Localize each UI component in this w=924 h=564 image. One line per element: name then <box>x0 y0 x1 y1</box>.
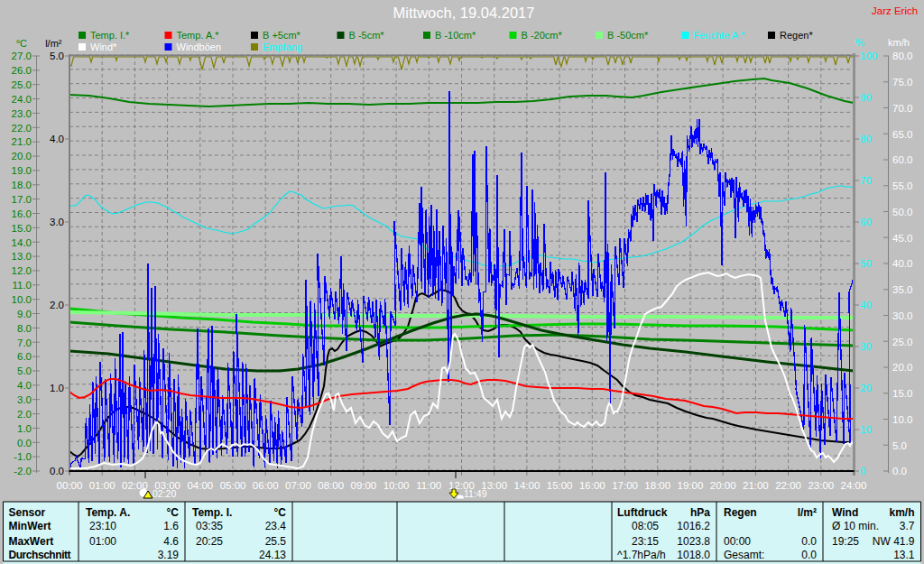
svg-text:2.0: 2.0 <box>17 409 32 420</box>
svg-text:17.0: 17.0 <box>12 194 32 205</box>
svg-text:23:10: 23:10 <box>89 520 116 532</box>
svg-text:90: 90 <box>860 92 872 103</box>
svg-text:9.0: 9.0 <box>17 309 32 319</box>
svg-text:MaxWert: MaxWert <box>9 535 54 548</box>
svg-text:80: 80 <box>860 134 872 144</box>
svg-text:15.0: 15.0 <box>892 388 912 399</box>
svg-text:22:00: 22:00 <box>775 480 801 491</box>
svg-text:1023.8: 1023.8 <box>677 535 710 548</box>
svg-text:0: 0 <box>860 466 865 476</box>
svg-text:27.0: 27.0 <box>12 51 32 61</box>
svg-text:Sensor: Sensor <box>9 506 46 519</box>
svg-text:19:00: 19:00 <box>678 480 704 491</box>
svg-text:-2.0: -2.0 <box>14 466 32 476</box>
svg-text:40.0: 40.0 <box>892 258 912 269</box>
svg-text:0.0: 0.0 <box>892 466 907 476</box>
svg-text:Regen*: Regen* <box>780 30 813 41</box>
svg-text:1.0: 1.0 <box>17 423 32 434</box>
svg-text:14:00: 14:00 <box>514 480 541 491</box>
svg-text:km/h: km/h <box>889 506 914 519</box>
svg-text:4.0: 4.0 <box>17 380 32 391</box>
svg-text:70.0: 70.0 <box>892 103 912 114</box>
svg-text:70: 70 <box>860 175 872 186</box>
svg-text:60.0: 60.0 <box>892 154 912 165</box>
svg-text:40: 40 <box>860 300 872 310</box>
svg-text:14.0: 14.0 <box>12 237 32 248</box>
svg-text:26.0: 26.0 <box>12 65 32 76</box>
svg-text:20.0: 20.0 <box>892 362 912 373</box>
svg-text:08:00: 08:00 <box>318 480 344 491</box>
svg-text:5.0: 5.0 <box>17 365 32 376</box>
svg-text:%: % <box>855 37 864 48</box>
svg-text:11:00: 11:00 <box>416 480 441 491</box>
svg-text:06:00: 06:00 <box>253 480 279 491</box>
svg-text:Gesamt:: Gesamt: <box>724 549 764 561</box>
svg-text:5.0: 5.0 <box>892 440 907 451</box>
svg-text:16.0: 16.0 <box>12 208 32 219</box>
svg-text:B -5cm*: B -5cm* <box>349 30 385 41</box>
svg-text:2.0: 2.0 <box>50 300 64 310</box>
svg-text:04:00: 04:00 <box>187 480 213 491</box>
svg-text:3.7: 3.7 <box>900 520 915 532</box>
svg-text:25.0: 25.0 <box>892 337 912 347</box>
svg-text:NW 41.9: NW 41.9 <box>873 535 915 548</box>
svg-text:24:00: 24:00 <box>841 480 867 491</box>
svg-text:08:05: 08:05 <box>632 520 659 532</box>
svg-text:11.0: 11.0 <box>12 280 32 291</box>
svg-text:l/m²: l/m² <box>45 38 62 49</box>
svg-text:80.0: 80.0 <box>892 51 912 61</box>
svg-text:13.1: 13.1 <box>893 549 915 561</box>
svg-text:20:00: 20:00 <box>710 480 736 491</box>
svg-text:3.0: 3.0 <box>50 217 64 227</box>
svg-text:1018.0: 1018.0 <box>677 549 710 561</box>
svg-text:°C: °C <box>16 38 27 49</box>
svg-text:24.13: 24.13 <box>259 549 286 561</box>
svg-text:50.0: 50.0 <box>892 207 912 217</box>
svg-text:Luftdruck: Luftdruck <box>617 506 668 519</box>
svg-text:20.0: 20.0 <box>12 151 32 162</box>
svg-text:05:00: 05:00 <box>220 480 246 491</box>
svg-text:Durchschnitt: Durchschnitt <box>9 549 71 561</box>
svg-text:°C: °C <box>274 506 287 519</box>
svg-text:8.0: 8.0 <box>17 323 32 334</box>
svg-text:01:00: 01:00 <box>89 480 116 491</box>
svg-text:10.0: 10.0 <box>12 294 32 305</box>
svg-text:35.0: 35.0 <box>892 284 912 295</box>
svg-text:1.6: 1.6 <box>163 520 179 532</box>
svg-text:11:49: 11:49 <box>464 488 487 499</box>
svg-text:07:00: 07:00 <box>285 480 311 491</box>
svg-text:Empfang: Empfang <box>263 42 302 52</box>
svg-text:18.0: 18.0 <box>12 180 32 190</box>
svg-text:3.0: 3.0 <box>17 394 32 405</box>
svg-text:Windböen: Windböen <box>177 42 222 52</box>
svg-text:10:00: 10:00 <box>383 480 410 491</box>
svg-text:4.6: 4.6 <box>163 535 179 548</box>
svg-text:12.0: 12.0 <box>12 265 32 276</box>
svg-text:23:15: 23:15 <box>632 535 659 548</box>
svg-text:21:00: 21:00 <box>743 480 769 491</box>
svg-text:22.0: 22.0 <box>12 123 32 134</box>
svg-text:00:00: 00:00 <box>724 535 751 548</box>
svg-text:Wind*: Wind* <box>90 42 117 52</box>
svg-text:B -10cm*: B -10cm* <box>435 30 476 41</box>
svg-text:09:00: 09:00 <box>350 480 376 491</box>
svg-text:km/h: km/h <box>888 37 910 48</box>
svg-text:23.4: 23.4 <box>265 520 287 532</box>
svg-text:18:00: 18:00 <box>644 480 670 491</box>
svg-text:17:00: 17:00 <box>612 480 638 491</box>
svg-text:24.0: 24.0 <box>12 94 32 105</box>
svg-text:65.0: 65.0 <box>892 129 912 140</box>
svg-text:Ø 10 min.: Ø 10 min. <box>832 520 879 532</box>
svg-text:hPa: hPa <box>690 506 710 519</box>
svg-text:20:25: 20:25 <box>196 535 223 548</box>
svg-text:5.0: 5.0 <box>50 51 64 61</box>
svg-text:100: 100 <box>860 51 877 61</box>
svg-text:1.0: 1.0 <box>50 383 64 393</box>
svg-text:Wind: Wind <box>832 506 858 519</box>
svg-text:B +5cm*: B +5cm* <box>263 30 301 41</box>
svg-text:0.0: 0.0 <box>801 549 817 561</box>
svg-text:l/m²: l/m² <box>798 506 817 519</box>
svg-text:19.0: 19.0 <box>12 165 32 176</box>
svg-text:7.0: 7.0 <box>17 337 32 348</box>
svg-text:25.0: 25.0 <box>12 79 32 90</box>
